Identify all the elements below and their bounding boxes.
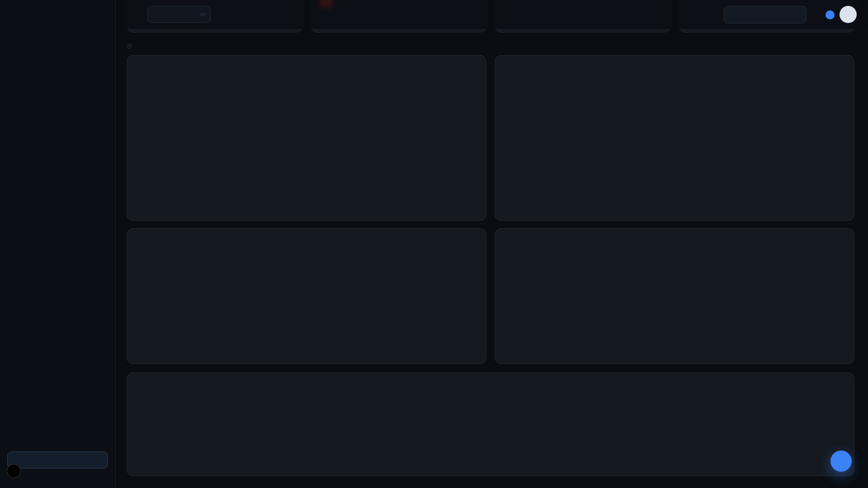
notification-badge bbox=[826, 10, 835, 19]
ai-assistant-button[interactable] bbox=[7, 451, 108, 469]
topbar bbox=[116, 0, 868, 29]
export-reports-card bbox=[127, 372, 854, 476]
topbar-actions bbox=[724, 6, 857, 23]
user-avatar[interactable] bbox=[840, 6, 857, 23]
main-content bbox=[116, 0, 868, 488]
status-donut-chart bbox=[506, 72, 843, 197]
work-orders-by-status-card bbox=[495, 55, 854, 221]
add-button[interactable] bbox=[830, 450, 852, 472]
charts-row-2 bbox=[127, 228, 854, 364]
work-orders-by-priority-card bbox=[495, 228, 854, 364]
breadcrumb-bar bbox=[127, 6, 211, 23]
app-root bbox=[0, 0, 868, 488]
brand-header bbox=[0, 0, 115, 29]
report-tabs bbox=[127, 43, 132, 49]
site-filter-select[interactable] bbox=[724, 6, 807, 23]
sidebar bbox=[0, 0, 116, 488]
search-input[interactable] bbox=[147, 6, 211, 23]
dev-badge[interactable] bbox=[7, 464, 21, 478]
work-orders-by-type-card bbox=[127, 228, 486, 364]
search-shortcut bbox=[200, 13, 206, 16]
work-order-trend-card bbox=[127, 55, 486, 221]
charts-row-1 bbox=[127, 55, 854, 221]
